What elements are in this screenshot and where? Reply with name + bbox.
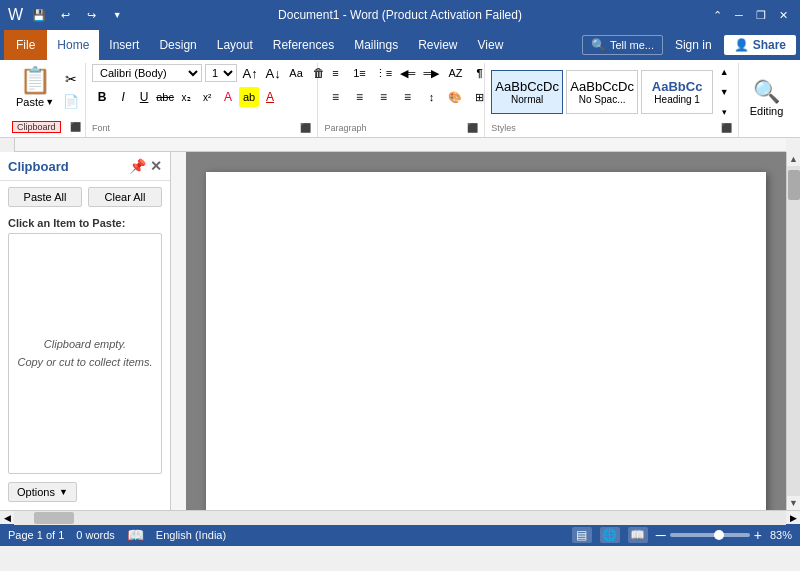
paragraph-label: Paragraph: [324, 123, 366, 133]
close-icon[interactable]: ✕: [774, 6, 792, 24]
scroll-up-button[interactable]: ▲: [787, 152, 801, 166]
restore-icon[interactable]: ❒: [752, 6, 770, 24]
numbering-button[interactable]: 1≡: [348, 63, 370, 83]
align-right-button[interactable]: ≡: [372, 87, 394, 107]
paragraph-group-label: Paragraph ⬛: [324, 121, 478, 133]
bold-button[interactable]: B: [92, 87, 112, 107]
clipboard-label: Clipboard: [12, 121, 61, 133]
clipboard-panel-header: Clipboard 📌 ✕: [0, 152, 170, 181]
decrease-indent-button[interactable]: ◀═: [396, 63, 418, 83]
italic-button[interactable]: I: [113, 87, 133, 107]
clipboard-header-controls: 📌 ✕: [129, 158, 162, 174]
zoom-in-button[interactable]: +: [754, 527, 762, 543]
zoom-slider[interactable]: [670, 533, 750, 537]
save-icon[interactable]: 💾: [29, 5, 49, 25]
clipboard-panel: Clipboard 📌 ✕ Paste All Clear All Click …: [0, 152, 171, 510]
undo-icon[interactable]: ↩: [55, 5, 75, 25]
h-scroll-track[interactable]: [14, 511, 786, 525]
read-mode-button[interactable]: 📖: [628, 527, 648, 543]
share-button[interactable]: 👤 Share: [724, 35, 796, 55]
superscript-button[interactable]: x²: [197, 87, 217, 107]
font-family-select[interactable]: Calibri (Body): [92, 64, 202, 82]
menu-item-layout[interactable]: Layout: [207, 30, 263, 60]
subscript-button[interactable]: x₂: [176, 87, 196, 107]
document-area[interactable]: [186, 152, 786, 510]
document-page[interactable]: [206, 172, 766, 510]
paste-all-button[interactable]: Paste All: [8, 187, 82, 207]
change-case-button[interactable]: Aa: [286, 63, 306, 83]
scroll-down-button[interactable]: ▼: [787, 496, 801, 510]
styles-scroll-down[interactable]: ▼: [716, 83, 732, 101]
scroll-right-button[interactable]: ▶: [786, 511, 800, 525]
styles-more[interactable]: ▾: [716, 103, 732, 121]
menu-item-review[interactable]: Review: [408, 30, 467, 60]
scroll-left-button[interactable]: ◀: [0, 511, 14, 525]
scroll-thumb[interactable]: [788, 170, 800, 200]
paragraph-group-content: ≡ 1≡ ⋮≡ ◀═ ═▶ AZ ¶ ≡ ≡ ≡ ≡ ↕ 🎨 ⊞: [324, 63, 478, 121]
multilevel-button[interactable]: ⋮≡: [372, 63, 394, 83]
increase-font-button[interactable]: A↑: [240, 63, 260, 83]
align-center-button[interactable]: ≡: [348, 87, 370, 107]
zoom-thumb[interactable]: [714, 530, 724, 540]
styles-label: Styles: [491, 123, 516, 133]
menu-item-view[interactable]: View: [468, 30, 514, 60]
clipboard-options: Options ▼: [0, 474, 170, 510]
clipboard-options-button[interactable]: Options ▼: [8, 482, 77, 502]
sign-in-button[interactable]: Sign in: [667, 36, 720, 54]
web-layout-button[interactable]: 🌐: [600, 527, 620, 543]
copy-button[interactable]: 📄: [61, 92, 81, 112]
menu-item-references[interactable]: References: [263, 30, 344, 60]
line-spacing-button[interactable]: ↕: [420, 87, 442, 107]
underline-button[interactable]: U: [134, 87, 154, 107]
ribbon-collapse-icon[interactable]: ⌃: [708, 6, 726, 24]
paragraph-expand-icon[interactable]: ⬛: [467, 123, 478, 133]
quick-access-toolbar: W 💾 ↩ ↪ ▼: [8, 5, 127, 25]
font-expand-icon[interactable]: ⬛: [300, 123, 311, 133]
decrease-font-button[interactable]: A↓: [263, 63, 283, 83]
shading-button[interactable]: 🎨: [444, 87, 466, 107]
h-scroll-thumb[interactable]: [34, 512, 74, 524]
search-icon: 🔍: [591, 38, 606, 52]
editing-icon: 🔍: [753, 79, 780, 105]
zoom-controls: ─ +: [656, 527, 762, 543]
format-painter-button[interactable]: ✂: [61, 69, 81, 89]
zoom-out-button[interactable]: ─: [656, 527, 666, 543]
minimize-icon[interactable]: ─: [730, 6, 748, 24]
customize-qat-icon[interactable]: ▼: [107, 5, 127, 25]
clipboard-pin-icon[interactable]: 📌: [129, 158, 146, 174]
font-size-select[interactable]: 11: [205, 64, 237, 82]
justify-button[interactable]: ≡: [396, 87, 418, 107]
style-heading1[interactable]: AaBbCc Heading 1: [641, 70, 713, 114]
font-color-button[interactable]: A: [260, 87, 280, 107]
scroll-track[interactable]: [787, 166, 801, 496]
clear-all-button[interactable]: Clear All: [88, 187, 162, 207]
proofing-icon[interactable]: 📖: [127, 527, 144, 543]
styles-expand-icon[interactable]: ⬛: [721, 123, 732, 133]
styles-scroll-up[interactable]: ▲: [716, 63, 732, 81]
share-icon: 👤: [734, 38, 749, 52]
menu-item-design[interactable]: Design: [149, 30, 206, 60]
editing-button[interactable]: 🔍 Editing: [744, 75, 790, 121]
align-left-button[interactable]: ≡: [324, 87, 346, 107]
menu-item-mailings[interactable]: Mailings: [344, 30, 408, 60]
tell-me-input[interactable]: 🔍 Tell me...: [582, 35, 663, 55]
styles-scroll: ▲ ▼ ▾: [716, 63, 732, 121]
menu-item-home[interactable]: Home: [47, 30, 99, 60]
clipboard-expand-icon[interactable]: ⬛: [70, 122, 81, 132]
sort-button[interactable]: AZ: [444, 63, 466, 83]
increase-indent-button[interactable]: ═▶: [420, 63, 442, 83]
paste-button[interactable]: 📋 Paste ▼: [12, 63, 58, 110]
clipboard-close-icon[interactable]: ✕: [150, 158, 162, 174]
style-normal[interactable]: AaBbCcDc Normal: [491, 70, 563, 114]
menu-item-insert[interactable]: Insert: [99, 30, 149, 60]
style-no-spacing[interactable]: AaBbCcDc No Spac...: [566, 70, 638, 114]
highlight-button[interactable]: ab: [239, 87, 259, 107]
styles-group: AaBbCcDc Normal AaBbCcDc No Spac... AaBb…: [485, 63, 739, 137]
paste-dropdown-icon[interactable]: ▼: [45, 97, 54, 107]
file-menu-button[interactable]: File: [4, 30, 47, 60]
print-layout-button[interactable]: ▤: [572, 527, 592, 543]
redo-icon[interactable]: ↪: [81, 5, 101, 25]
strikethrough-button[interactable]: abc: [155, 87, 175, 107]
text-color-button[interactable]: A: [218, 87, 238, 107]
bullets-button[interactable]: ≡: [324, 63, 346, 83]
